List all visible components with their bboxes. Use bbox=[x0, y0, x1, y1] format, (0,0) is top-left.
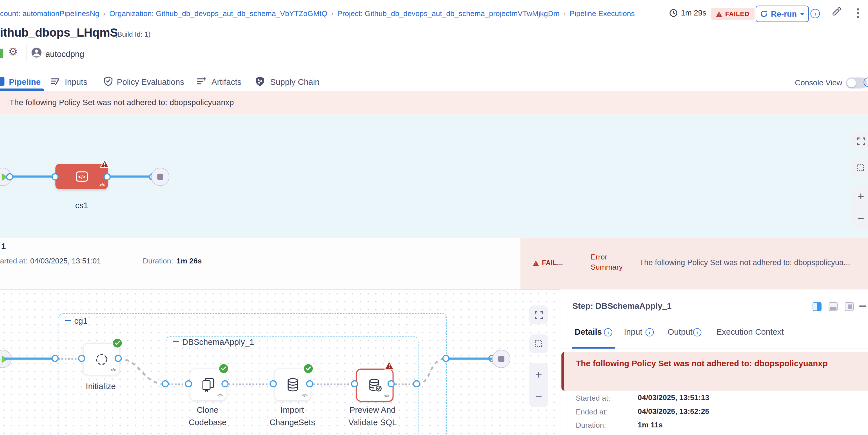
canvas-zoom-controls: + − bbox=[851, 185, 868, 229]
breadcrumb: count: automationPipelinesNg › Organizat… bbox=[0, 9, 635, 18]
canvas-fullscreen-button[interactable] bbox=[851, 132, 868, 151]
panel-tab-input[interactable]: Input bbox=[624, 327, 643, 336]
stage-warning-icon bbox=[100, 159, 110, 168]
database-icon bbox=[286, 377, 300, 392]
rerun-button[interactable]: Re-run bbox=[756, 6, 809, 22]
connector-dot bbox=[185, 380, 192, 388]
connector-dot bbox=[162, 380, 169, 388]
started-at-value: 04/03/2025, 13:51:01 bbox=[30, 257, 101, 265]
breadcrumb-separator: › bbox=[103, 9, 105, 18]
step-label-preview-validate-sql: Preview And Validate SQL bbox=[342, 404, 403, 428]
rerun-button-label: Re-run bbox=[771, 9, 797, 18]
pipeline-tab-icon bbox=[0, 77, 4, 86]
pipeline-execution-page: count: automationPipelinesNg › Organizat… bbox=[0, 0, 868, 435]
step-label-initialize: Initialize bbox=[73, 380, 128, 392]
success-check-icon bbox=[113, 339, 122, 347]
layout-split-view-icon[interactable] bbox=[813, 302, 822, 311]
step-warning-icon bbox=[384, 361, 394, 370]
panel-tab-details[interactable]: Details bbox=[575, 327, 602, 336]
breadcrumb-organization[interactable]: Organization: Github_db_devops_aut_db_sc… bbox=[109, 9, 327, 18]
caret-down-icon bbox=[800, 12, 805, 15]
tab-supply-chain[interactable]: Supply Chain bbox=[270, 77, 319, 86]
duration-label: Duration: bbox=[143, 257, 173, 265]
refresh-icon bbox=[760, 10, 768, 18]
code-icon: </> bbox=[111, 367, 116, 372]
breadcrumb-separator: › bbox=[331, 9, 334, 18]
pipeline-end-node bbox=[151, 168, 169, 186]
status-badge-label: FAILED bbox=[725, 10, 749, 17]
code-icon: </> bbox=[302, 393, 307, 398]
collapse-dbschemaapply-button[interactable] bbox=[172, 338, 179, 345]
connector-dot bbox=[52, 355, 59, 362]
step-node-clone-codebase[interactable]: </> bbox=[190, 369, 226, 401]
panel-tab-execution-context[interactable]: Execution Context bbox=[716, 327, 783, 336]
panel-tab-output[interactable]: Output bbox=[668, 327, 693, 336]
duration-value: 1m 26s bbox=[177, 257, 202, 265]
graph-fullscreen-button[interactable] bbox=[529, 305, 548, 324]
edit-pipeline-icon[interactable] bbox=[831, 7, 841, 17]
layout-bottom-view-icon[interactable] bbox=[829, 302, 838, 311]
zoom-in-button[interactable]: + bbox=[535, 368, 542, 380]
user-avatar-icon bbox=[32, 48, 41, 58]
collapse-cg1-button[interactable] bbox=[64, 317, 71, 324]
breadcrumb-project[interactable]: Project: Github_db_devops_aut_db_schema_… bbox=[337, 9, 560, 18]
step-panel-title: Step: DBSchemaApply_1 bbox=[572, 301, 672, 310]
error-summary-text: The following Policy Set was not adhered… bbox=[639, 258, 850, 267]
tab-artifacts[interactable]: Artifacts bbox=[212, 77, 242, 86]
started-at-label: arted at: bbox=[0, 257, 27, 265]
connector-dot bbox=[6, 173, 13, 181]
stop-icon bbox=[498, 356, 504, 362]
svg-text:</>: </> bbox=[78, 174, 85, 180]
step-node-import-changesets[interactable]: </> bbox=[275, 369, 311, 401]
elapsed-time-value: 1m 29s bbox=[681, 8, 706, 17]
execution-info-icon[interactable]: i bbox=[810, 9, 820, 18]
layout-right-view-icon[interactable] bbox=[845, 302, 854, 311]
input-info-icon[interactable]: i bbox=[646, 328, 654, 336]
dashed-connector bbox=[59, 358, 80, 360]
dashed-connector bbox=[313, 383, 353, 385]
tab-inputs[interactable]: Inputs bbox=[65, 77, 87, 86]
stage-duration: Duration: 1m 26s bbox=[143, 257, 202, 265]
zoom-out-button[interactable]: − bbox=[535, 391, 542, 402]
duration-label: Duration: bbox=[576, 421, 606, 429]
panel-minimize-button[interactable] bbox=[859, 305, 867, 307]
connector-dot bbox=[52, 173, 59, 181]
connector-dot bbox=[270, 380, 277, 388]
console-info-icon[interactable]: i bbox=[864, 77, 868, 87]
canvas-select-region-button[interactable] bbox=[851, 158, 868, 177]
supply-chain-icon bbox=[255, 76, 265, 86]
stop-icon bbox=[157, 174, 163, 180]
zoom-out-button[interactable]: − bbox=[857, 212, 864, 224]
connector-dot bbox=[115, 355, 122, 362]
details-info-icon[interactable]: i bbox=[604, 328, 612, 336]
status-sliver-icon bbox=[0, 49, 3, 58]
zoom-in-button[interactable]: + bbox=[857, 190, 864, 202]
ended-at-label: Ended at: bbox=[576, 408, 608, 416]
duration-value: 1m 11s bbox=[638, 421, 663, 429]
connector-line bbox=[9, 176, 55, 178]
status-badge: FAILED bbox=[711, 8, 754, 20]
tab-policy-evaluations[interactable]: Policy Evaluations bbox=[117, 77, 184, 86]
connector-dot bbox=[78, 355, 85, 362]
kebab-menu-icon[interactable] bbox=[856, 7, 860, 19]
toggle-knob bbox=[847, 79, 856, 87]
step-label-clone-codebase: Clone Codebase bbox=[180, 404, 236, 428]
gear-icon[interactable]: ⚙ bbox=[8, 46, 18, 57]
build-id: (Build Id: 1) bbox=[115, 30, 151, 38]
select-region-icon bbox=[857, 163, 865, 172]
console-view-label: Console View bbox=[795, 78, 842, 87]
clock-icon bbox=[669, 8, 677, 17]
connector-line bbox=[4, 358, 56, 360]
tab-pipeline[interactable]: Pipeline bbox=[9, 77, 40, 86]
started-at-label: Started at: bbox=[576, 394, 610, 402]
expand-icon bbox=[534, 311, 543, 319]
breadcrumb-account[interactable]: count: automationPipelinesNg bbox=[0, 9, 99, 18]
graph-select-region-button[interactable] bbox=[529, 334, 548, 353]
policy-violation-text: The following Policy Set was not adhered… bbox=[0, 91, 868, 107]
breadcrumb-pipeline-executions[interactable]: Pipeline Executions bbox=[569, 9, 635, 18]
step-node-initialize[interactable]: </> bbox=[83, 343, 120, 375]
code-icon: </> bbox=[384, 394, 389, 399]
connector-dot bbox=[306, 380, 313, 388]
connector-dot bbox=[413, 380, 420, 388]
output-info-icon[interactable]: i bbox=[693, 328, 701, 336]
